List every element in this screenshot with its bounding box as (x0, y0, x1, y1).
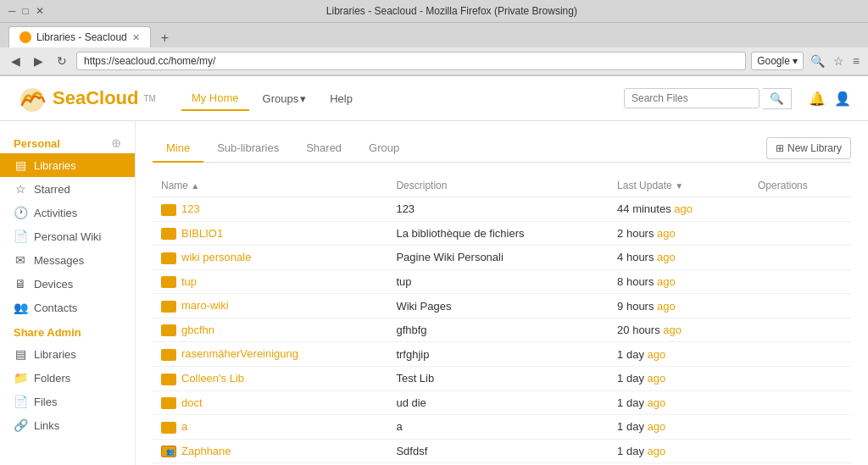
cell-description: ud die (387, 390, 609, 415)
sidebar: Personal ⊕ ▤ Libraries ☆ Starred 🕐 Activ… (0, 121, 136, 465)
library-link[interactable]: gbcfhn (181, 324, 214, 336)
search-engine-label: Google (757, 55, 790, 67)
restore-btn[interactable]: □ (23, 5, 29, 17)
cell-name: wiki personale (153, 246, 387, 270)
ago-link[interactable]: ago (657, 275, 676, 288)
ago-link[interactable]: ago (648, 372, 666, 385)
activities-icon: 🕐 (14, 206, 27, 219)
table-row: rasenmäherVereinigung trfghjip 1 day ago (153, 342, 851, 367)
cell-description: La bibliothèque de fichiers (387, 221, 609, 246)
logo-tm: TM (143, 94, 155, 103)
bookmark-icon[interactable]: ☆ (832, 53, 846, 69)
library-link[interactable]: maro-wiki (181, 299, 229, 312)
ago-link[interactable]: ago (648, 420, 666, 433)
library-link[interactable]: BIBLIO1 (181, 227, 223, 240)
ago-link[interactable]: ago (674, 202, 693, 215)
cell-operations (749, 294, 851, 318)
cell-description: tup (387, 269, 609, 294)
shared-folder-icon: 👥 (161, 446, 176, 457)
s-libraries-icon: ▤ (14, 347, 27, 361)
ago-link[interactable]: ago (663, 324, 682, 336)
cell-name: a (153, 415, 387, 440)
nav-groups[interactable]: Groups ▾ (253, 87, 317, 110)
new-tab-btn[interactable]: + (154, 29, 175, 47)
ago-link[interactable]: ago (648, 445, 666, 457)
table-row: 👥Zaphhane Sdfdsf 1 day ago (153, 439, 851, 463)
table-row: BIBLIO1 La bibliothèque de fichiers 2 ho… (153, 221, 851, 246)
library-link[interactable]: tup (181, 275, 197, 288)
cell-name: rasenmäherVereinigung (153, 342, 387, 367)
library-link[interactable]: a (181, 420, 187, 433)
ago-link[interactable]: ago (657, 227, 676, 240)
folder-icon (161, 397, 176, 409)
tab-close-btn[interactable]: ✕ (132, 32, 140, 43)
nav-help[interactable]: Help (320, 87, 363, 110)
new-library-btn[interactable]: ⊞ New Library (766, 137, 851, 159)
sidebar-item-libraries[interactable]: ▤ Libraries (0, 153, 135, 177)
sidebar-item-contacts[interactable]: 👥 Contacts (0, 296, 135, 319)
reload-btn[interactable]: ↻ (53, 53, 71, 69)
tab-mine[interactable]: Mine (153, 135, 203, 163)
back-btn[interactable]: ◀ (7, 53, 25, 69)
library-link[interactable]: Colleen's Lib (181, 372, 244, 385)
nav-my-home[interactable]: My Home (181, 86, 249, 111)
cell-last-update: 1 day ago (609, 342, 749, 367)
search-btn[interactable]: 🔍 (763, 88, 792, 109)
user-icon[interactable]: 👤 (834, 91, 851, 107)
minimize-btn[interactable]: ─ (8, 5, 16, 17)
logo-area: SeaCloud TM (17, 83, 156, 113)
sidebar-item-s-links[interactable]: 🔗 Links (0, 413, 135, 437)
library-link[interactable]: wiki personale (181, 251, 251, 263)
header-icons: 🔔 👤 (809, 91, 851, 107)
address-input[interactable] (76, 52, 746, 70)
ago-link[interactable]: ago (657, 251, 676, 263)
table-row: wiki personale Pagine Wiki Personali 4 h… (153, 246, 851, 270)
col-operations: Operations (749, 174, 851, 197)
cell-operations (749, 390, 851, 415)
title-bar-text: Libraries - Seacloud - Mozilla Firefox (… (44, 5, 860, 17)
ago-link[interactable]: ago (648, 348, 666, 361)
sidebar-item-activities[interactable]: 🕐 Activities (0, 201, 135, 224)
ago-link[interactable]: ago (648, 396, 666, 409)
library-link[interactable]: 123 (181, 202, 200, 215)
wiki-icon: 📄 (14, 230, 27, 243)
sidebar-s-links-label: Links (34, 419, 59, 432)
ago-link[interactable]: ago (657, 300, 676, 313)
window-controls[interactable]: ─ □ ✕ (8, 5, 44, 17)
sidebar-item-messages[interactable]: ✉ Messages (0, 248, 135, 272)
cell-last-update: 9 hours ago (609, 294, 749, 318)
tab-shared[interactable]: Shared (292, 135, 355, 163)
address-bar: ◀ ▶ ↻ Google ▾ 🔍 ☆ ≡ (0, 47, 868, 75)
sidebar-item-s-libraries[interactable]: ▤ Libraries (0, 342, 135, 366)
close-btn[interactable]: ✕ (36, 5, 44, 17)
sort-icon-update: ▼ (675, 181, 683, 191)
sidebar-item-starred[interactable]: ☆ Starred (0, 177, 135, 201)
library-link[interactable]: Zaphhane (181, 445, 231, 457)
forward-btn[interactable]: ▶ (30, 53, 47, 69)
library-link[interactable]: rasenmäherVereinigung (181, 347, 298, 360)
add-personal-icon[interactable]: ⊕ (111, 136, 121, 150)
personal-label: Personal (14, 137, 60, 150)
search-input[interactable] (624, 88, 760, 108)
library-link[interactable]: doct (181, 396, 203, 409)
sidebar-item-s-files[interactable]: 📄 Files (0, 390, 135, 413)
folder-icon (161, 422, 176, 434)
search-icon[interactable]: 🔍 (809, 53, 826, 69)
sidebar-messages-label: Messages (34, 254, 84, 267)
app-container: SeaCloud TM My Home Groups ▾ Help 🔍 🔔 👤 … (0, 76, 868, 465)
sidebar-item-personal-wiki[interactable]: 📄 Personal Wiki (0, 224, 135, 248)
sidebar-item-s-folders[interactable]: 📁 Folders (0, 366, 135, 390)
groups-arrow: ▾ (300, 92, 306, 105)
menu-icon[interactable]: ≡ (851, 53, 861, 69)
tab-sub-libraries[interactable]: Sub-libraries (203, 135, 292, 163)
folder-icon (161, 324, 176, 336)
main-nav: My Home Groups ▾ Help (181, 86, 607, 111)
sidebar-item-devices[interactable]: 🖥 Devices (0, 272, 135, 296)
cell-last-update: 1 day ago (609, 366, 749, 390)
cell-name: tup (153, 269, 387, 294)
table-row: tup tup 8 hours ago (153, 269, 851, 294)
tab-group[interactable]: Group (355, 135, 413, 163)
browser-tab-active[interactable]: Libraries - Seacloud ✕ (8, 26, 151, 47)
notification-icon[interactable]: 🔔 (809, 91, 826, 107)
share-admin-label: Share Admin (14, 326, 81, 339)
